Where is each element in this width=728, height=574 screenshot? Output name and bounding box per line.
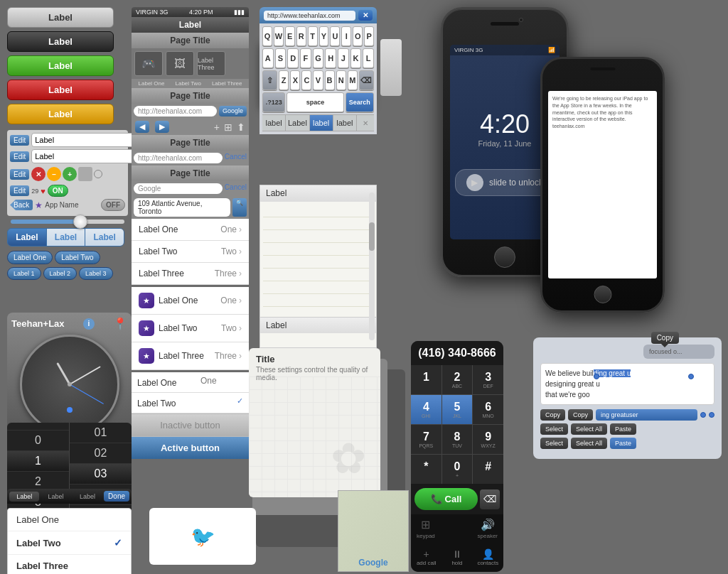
kb-search[interactable]: Search [346, 92, 374, 112]
cancel-btn[interactable]: Cancel [225, 153, 247, 163]
seg-item-2[interactable]: Label [46, 229, 85, 246]
autocomplete-4[interactable]: label [333, 115, 357, 131]
cancel-btn-2[interactable]: Cancel [225, 183, 247, 194]
autocomplete-1[interactable]: label [262, 115, 286, 131]
edit-label-4[interactable]: Edit [10, 185, 29, 196]
hold-btn[interactable]: ⏸ hold [441, 546, 472, 569]
gray-button[interactable]: Label [7, 7, 114, 28]
kb-y[interactable]: Y [319, 26, 329, 46]
kb-a[interactable]: A [262, 48, 274, 68]
kb-w[interactable]: W [274, 26, 284, 46]
contacts-btn[interactable]: 👤 contacts [473, 546, 503, 569]
select-all-btn-1[interactable]: Select All [571, 423, 607, 435]
seg-item-1[interactable]: Label [8, 229, 46, 246]
dialer-key-7[interactable]: 7PQRS [411, 425, 441, 454]
icon-row-3[interactable]: ★ Label Three Three › [132, 342, 249, 370]
edit-label-3[interactable]: Edit [10, 169, 29, 180]
add-call-btn[interactable]: + add call [411, 546, 441, 569]
label-input[interactable] [31, 133, 136, 147]
kb-p[interactable]: P [364, 26, 374, 46]
edit-input-1[interactable] [200, 376, 243, 386]
dialer-key-0[interactable]: 0+ [442, 455, 473, 484]
map-search-btn[interactable]: 🔍 [232, 198, 247, 217]
kb-x[interactable]: X [290, 70, 300, 90]
back-label[interactable]: Back [10, 200, 33, 210]
kb-o[interactable]: O [353, 26, 363, 46]
icon-row-2[interactable]: ★ Label Two Two › [132, 315, 249, 342]
table-row-3[interactable]: Label Three Three › [132, 263, 249, 285]
dialer-key-5[interactable]: 5JKL [442, 395, 473, 424]
kb-j[interactable]: J [338, 48, 349, 68]
pill-btn-1[interactable]: Label One [7, 251, 53, 264]
google-search-btn[interactable]: Google [219, 106, 247, 117]
seg-item-3[interactable]: Label [85, 229, 124, 246]
dropdown-item-3[interactable]: Label Three [8, 555, 131, 574]
icon-row-1[interactable]: ★ Label One One › [132, 287, 249, 315]
kb-t[interactable]: T [308, 26, 318, 46]
kb-l[interactable]: L [363, 48, 374, 68]
dropdown-item-2[interactable]: Label Two ✓ [8, 531, 131, 555]
dialer-key-hash[interactable]: # [473, 455, 503, 484]
select-all-btn-2[interactable]: Select All [571, 438, 607, 449]
kb-b[interactable]: B [325, 70, 335, 90]
kb-delete[interactable]: ⌫ [359, 70, 374, 90]
kb-d[interactable]: D [287, 48, 299, 68]
toggle-off[interactable]: OFF [101, 199, 125, 211]
kb-z[interactable]: Z [279, 70, 289, 90]
tab-item-2[interactable]: Label [41, 492, 70, 502]
add-icon[interactable]: + [214, 121, 220, 133]
pages-icon[interactable]: ⊞ [224, 121, 232, 133]
pill-btn-3[interactable]: Label 1 [7, 267, 41, 280]
active-button[interactable]: Active button [132, 437, 249, 459]
kb-g[interactable]: G [313, 48, 324, 68]
kb-e[interactable]: E [285, 26, 295, 46]
done-button[interactable]: Done [104, 491, 129, 502]
pill-btn-2[interactable]: Label Two [55, 251, 100, 264]
copy-btn-2[interactable]: Copy [568, 409, 593, 421]
dialer-key-9[interactable]: 9WXYZ [473, 425, 503, 454]
red-button[interactable]: Label [7, 80, 114, 100]
kb-u[interactable]: U [330, 26, 340, 46]
dialer-key-8[interactable]: 8TUV [442, 425, 473, 454]
iphone-home-btn[interactable] [494, 247, 515, 268]
kb-shift[interactable]: ⇧ [262, 70, 277, 90]
map-address-input[interactable]: 109 Atlantic Avenue, Toronto [134, 198, 230, 217]
select-btn-1[interactable]: Select [540, 423, 568, 435]
forward-arrow-btn[interactable]: ▶ [155, 121, 169, 133]
dialer-delete-btn[interactable]: ⌫ [480, 489, 500, 509]
call-button[interactable]: 📞 Call [414, 488, 478, 510]
label-input-2[interactable] [31, 149, 136, 163]
copy-btn-1[interactable]: Copy [540, 409, 565, 421]
dialer-keypad[interactable]: ⊞ keypad [417, 518, 435, 539]
tab-item-1[interactable]: Label [9, 492, 39, 502]
google-input[interactable]: Google [134, 183, 223, 194]
share-icon[interactable]: ⬆ [237, 121, 245, 133]
dialer-key-star[interactable]: * [411, 455, 441, 484]
url-search-input[interactable]: http://teehanlaх.com [134, 106, 217, 117]
url-input-2[interactable]: http://teehanlaх.com [134, 153, 223, 163]
copy-popup[interactable]: Copy [651, 332, 679, 344]
dialer-speaker[interactable]: 🔊 speaker [478, 518, 498, 539]
paste-btn-2[interactable]: Paste [610, 438, 636, 449]
notepad-scroll-thumb[interactable] [369, 222, 375, 251]
green-button[interactable]: Label [7, 55, 114, 76]
dialer-key-1[interactable]: 1 [411, 365, 441, 394]
dialer-key-6[interactable]: 6MNO [473, 395, 503, 424]
dialer-key-4[interactable]: 4GHI [411, 395, 441, 424]
kb-q[interactable]: Q [262, 26, 272, 46]
kb-h[interactable]: H [325, 48, 336, 68]
kb-space[interactable]: space [287, 92, 343, 112]
kb-r[interactable]: R [296, 26, 306, 46]
autocomplete-2[interactable]: Label [286, 115, 309, 131]
slider-track[interactable] [11, 220, 124, 224]
inactive-button[interactable]: Inactive button [132, 413, 249, 437]
iphone2-home-btn[interactable] [594, 286, 611, 303]
dropdown-item-1[interactable]: Label One [8, 509, 131, 531]
notepad-scrollbar[interactable] [369, 193, 375, 340]
kb-f[interactable]: F [300, 48, 311, 68]
kb-ok-btn[interactable]: ✕ [358, 10, 373, 21]
autocomplete-x[interactable]: ✕ [357, 115, 374, 131]
kb-url-input[interactable]: http://www.teehanlax.com [264, 11, 355, 21]
edit-label[interactable]: Edit [10, 135, 29, 146]
dialer-key-2[interactable]: 2ABC [442, 365, 473, 394]
